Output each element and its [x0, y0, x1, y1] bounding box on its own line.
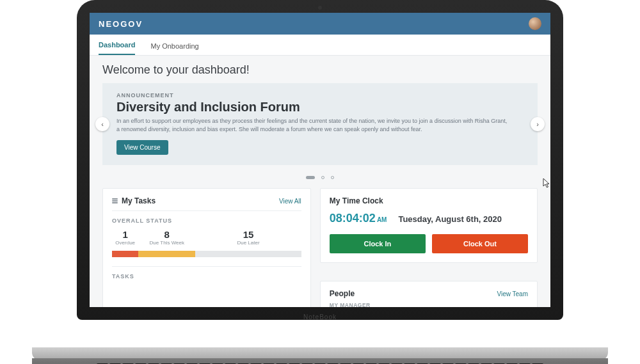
bar-due-later: [195, 251, 301, 257]
topbar: NEOGOV: [90, 13, 550, 35]
announcement-label: ANNOUNCEMENT: [116, 92, 509, 99]
tasks-icon: [112, 198, 118, 203]
time-clock-card: My Time Clock 08:04:02AM Tuesday, August…: [320, 188, 538, 263]
announcement-title: Diversity and Inclusion Forum: [116, 100, 509, 115]
announcement-body: In an effort to support our employees as…: [116, 117, 509, 134]
announcement-carousel: ‹ ANNOUNCEMENT Diversity and Inclusion F…: [102, 83, 538, 165]
carousel-next[interactable]: ›: [531, 117, 545, 131]
view-all-tasks[interactable]: View All: [279, 198, 301, 205]
view-team-link[interactable]: View Team: [497, 290, 528, 297]
my-tasks-card: My Tasks View All OVERALL STATUS 1 Overd…: [102, 188, 311, 307]
people-title: People: [330, 289, 355, 298]
chevron-left-icon: ‹: [101, 120, 104, 128]
dot-1[interactable]: [306, 176, 315, 179]
time-clock-title: My Time Clock: [330, 196, 528, 205]
page-title: Welcome to your dashboard!: [102, 63, 538, 77]
bar-due-week: [138, 251, 195, 257]
tasks-section-label: TASKS: [112, 266, 301, 280]
carousel-prev[interactable]: ‹: [95, 117, 109, 131]
tab-dashboard[interactable]: Dashboard: [99, 41, 135, 55]
due-week-count: 8: [138, 229, 195, 240]
laptop-label: NoteBook: [303, 313, 337, 320]
due-later-count: 15: [195, 229, 301, 240]
avatar[interactable]: [529, 17, 541, 30]
overdue-count: 1: [112, 229, 138, 240]
clock-in-button[interactable]: Clock In: [330, 234, 426, 253]
my-manager-label: MY MANAGER: [330, 302, 528, 307]
overdue-label: Overdue: [112, 240, 138, 246]
nav-tabs: Dashboard My Onboarding: [90, 35, 550, 56]
clock-time: 08:04:02: [330, 212, 376, 225]
bar-overdue: [112, 251, 138, 257]
overall-status-label: OVERALL STATUS: [112, 218, 301, 224]
brand-logo: NEOGOV: [99, 19, 143, 29]
due-later-label: Due Later: [195, 240, 301, 246]
status-bar: [112, 251, 301, 257]
tasks-title: My Tasks: [122, 196, 156, 205]
tab-onboarding[interactable]: My Onboarding: [150, 42, 198, 55]
dot-2[interactable]: [321, 176, 324, 179]
laptop-camera: [318, 6, 322, 10]
view-course-button[interactable]: View Course: [116, 140, 168, 155]
chevron-right-icon: ›: [536, 120, 539, 128]
clock-out-button[interactable]: Clock Out: [432, 234, 528, 253]
dot-3[interactable]: [331, 176, 334, 179]
due-week-label: Due This Week: [138, 240, 195, 246]
carousel-dots: [102, 170, 538, 182]
clock-date: Tuesday, August 6th, 2020: [398, 214, 502, 224]
people-card: People View Team MY MANAGER: [320, 281, 538, 307]
clock-ampm: AM: [377, 216, 387, 223]
